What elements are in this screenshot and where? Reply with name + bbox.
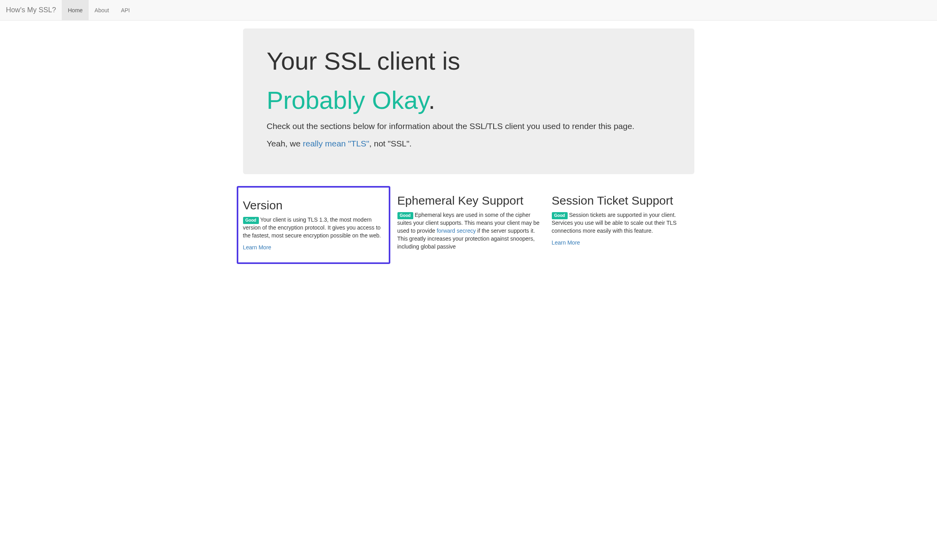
session-title: Session Ticket Support <box>552 194 694 207</box>
hero-rating: Probably Okay <box>267 86 429 114</box>
hero-period: . <box>428 86 435 114</box>
sections-row: Version Good Your client is using TLS 1.… <box>237 186 700 264</box>
session-badge: Good <box>552 212 568 219</box>
main-container: Your SSL client is Probably Okay. Check … <box>237 28 700 264</box>
session-learn-more-link[interactable]: Learn More <box>552 239 580 246</box>
version-highlight-box: Version Good Your client is using TLS 1.… <box>237 186 390 264</box>
hero-tls-prefix: Yeah, we <box>267 139 303 148</box>
nav-item-home: Home <box>62 0 88 20</box>
hero-tls-suffix: , not "SSL". <box>369 139 412 148</box>
brand-link[interactable]: How's My SSL? <box>0 0 62 20</box>
version-learn-more-link[interactable]: Learn More <box>243 244 272 251</box>
version-desc: Good Your client is using TLS 1.3, the m… <box>243 216 384 239</box>
hero-tls-link[interactable]: really mean "TLS" <box>303 139 369 148</box>
hero: Your SSL client is Probably Okay. Check … <box>243 28 694 174</box>
nav-list: Home About API <box>62 0 136 20</box>
ephemeral-column: Ephemeral Key Support Good Ephemeral key… <box>392 186 546 264</box>
session-column: Session Ticket Support Good Session tick… <box>546 186 700 264</box>
hero-subtext: Check out the sections below for informa… <box>267 120 671 132</box>
session-desc: Good Session tickets are supported in yo… <box>552 211 694 235</box>
session-learn-more-wrap: Learn More <box>552 239 694 247</box>
hero-title-prefix: Your SSL client is <box>267 47 671 75</box>
nav-item-api: API <box>115 0 136 20</box>
hero-tls-note: Yeah, we really mean "TLS", not "SSL". <box>267 138 671 149</box>
ephemeral-desc: Good Ephemeral keys are used in some of … <box>397 211 540 251</box>
ephemeral-title: Ephemeral Key Support <box>397 194 540 207</box>
session-text: Session tickets are supported in your cl… <box>552 212 677 234</box>
nav-link-home[interactable]: Home <box>62 0 88 20</box>
navbar: How's My SSL? Home About API <box>0 0 937 21</box>
version-column: Version Good Your client is using TLS 1.… <box>237 186 392 264</box>
version-badge: Good <box>243 217 259 224</box>
hero-rating-line: Probably Okay. <box>267 87 671 114</box>
version-text: Your client is using TLS 1.3, the most m… <box>243 216 381 239</box>
version-learn-more-wrap: Learn More <box>243 243 384 251</box>
nav-link-about[interactable]: About <box>89 0 115 20</box>
nav-item-about: About <box>89 0 115 20</box>
ephemeral-badge: Good <box>397 212 413 219</box>
forward-secrecy-link[interactable]: forward secrecy <box>437 228 476 234</box>
nav-link-api[interactable]: API <box>115 0 136 20</box>
version-title: Version <box>243 199 384 212</box>
